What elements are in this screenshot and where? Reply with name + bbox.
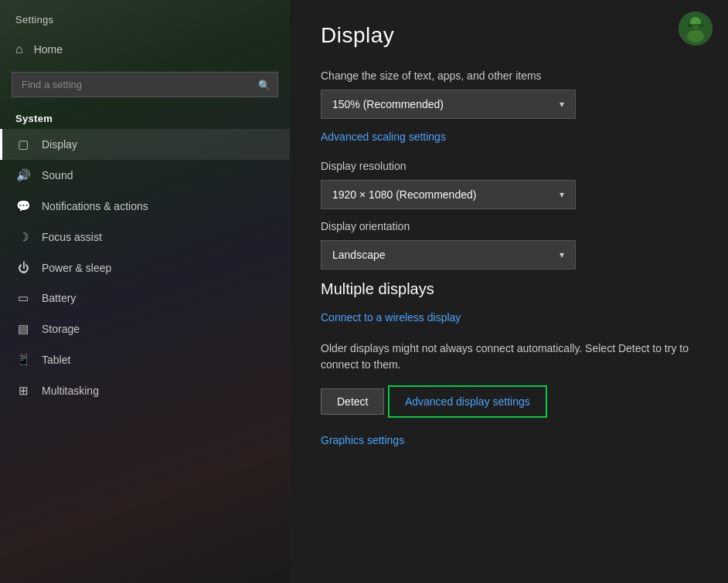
battery-icon: ▭ (15, 291, 31, 305)
search-icon: 🔍 (258, 79, 270, 90)
sidebar-item-power[interactable]: ⏻ Power & sleep (0, 253, 290, 283)
notifications-icon: 💬 (15, 199, 31, 213)
power-label: Power & sleep (42, 262, 111, 274)
scale-value: 150% (Recommended) (332, 98, 444, 110)
sidebar-item-storage[interactable]: ▤ Storage (0, 314, 290, 344)
resolution-value: 1920 × 1080 (Recommended) (332, 188, 476, 201)
sidebar-item-home[interactable]: ⌂ Home (0, 33, 290, 66)
detect-button[interactable]: Detect (321, 388, 384, 415)
svg-point-2 (687, 30, 704, 42)
svg-rect-3 (688, 24, 703, 27)
sidebar: Settings ⌂ Home 🔍 System ▢ Display 🔊 Sou… (0, 0, 290, 583)
sidebar-item-battery[interactable]: ▭ Battery (0, 283, 290, 314)
sidebar-item-sound[interactable]: 🔊 Sound (0, 160, 290, 191)
avatar (679, 12, 713, 46)
orientation-dropdown-arrow: ▾ (560, 249, 564, 260)
orientation-value: Landscape (332, 249, 386, 261)
multitasking-icon: ⊞ (15, 384, 31, 398)
sidebar-item-tablet[interactable]: 📱 Tablet (0, 344, 290, 375)
resolution-dropdown-arrow: ▾ (560, 189, 564, 200)
orientation-dropdown[interactable]: Landscape ▾ (321, 240, 576, 269)
notifications-label: Notifications & actions (42, 200, 148, 212)
storage-icon: ▤ (15, 322, 31, 336)
older-displays-text: Older displays might not always connect … (321, 341, 697, 373)
scale-dropdown[interactable]: 150% (Recommended) ▾ (321, 90, 576, 119)
focus-icon: ☽ (15, 230, 31, 244)
sound-icon: 🔊 (15, 168, 31, 182)
display-label: Display (42, 138, 77, 151)
advanced-scaling-link[interactable]: Advanced scaling settings (321, 130, 446, 143)
main-content: Display Change the size of text, apps, a… (290, 0, 728, 583)
scale-dropdown-arrow: ▾ (560, 99, 564, 110)
resolution-dropdown[interactable]: 1920 × 1080 (Recommended) ▾ (321, 180, 576, 209)
orientation-label: Display orientation (321, 220, 697, 232)
graphics-settings-link[interactable]: Graphics settings (321, 434, 404, 446)
page-title: Display (321, 23, 697, 48)
advanced-display-settings-link[interactable]: Advanced display settings (405, 395, 530, 408)
sidebar-item-multitasking[interactable]: ⊞ Multitasking (0, 375, 290, 406)
sidebar-item-display[interactable]: ▢ Display (0, 129, 290, 160)
focus-label: Focus assist (42, 231, 102, 243)
display-icon: ▢ (15, 137, 31, 151)
battery-label: Battery (42, 292, 76, 304)
home-icon: ⌂ (15, 42, 23, 56)
system-label: System (0, 107, 290, 129)
sound-label: Sound (42, 169, 73, 181)
tablet-icon: 📱 (15, 353, 31, 367)
wireless-display-link[interactable]: Connect to a wireless display (321, 311, 461, 324)
search-container: 🔍 (12, 72, 278, 97)
app-title: Settings (0, 0, 290, 33)
multiple-displays-heading: Multiple displays (321, 280, 697, 298)
advanced-display-settings-box: Advanced display settings (388, 385, 547, 418)
resolution-label: Display resolution (321, 160, 697, 172)
tablet-label: Tablet (42, 354, 70, 366)
scale-label: Change the size of text, apps, and other… (321, 69, 697, 82)
power-icon: ⏻ (15, 261, 31, 274)
search-input[interactable] (12, 72, 278, 97)
sidebar-item-notifications[interactable]: 💬 Notifications & actions (0, 191, 290, 222)
home-label: Home (34, 43, 63, 56)
sidebar-item-focus[interactable]: ☽ Focus assist (0, 222, 290, 253)
storage-label: Storage (42, 323, 80, 335)
multitasking-label: Multitasking (42, 385, 99, 397)
